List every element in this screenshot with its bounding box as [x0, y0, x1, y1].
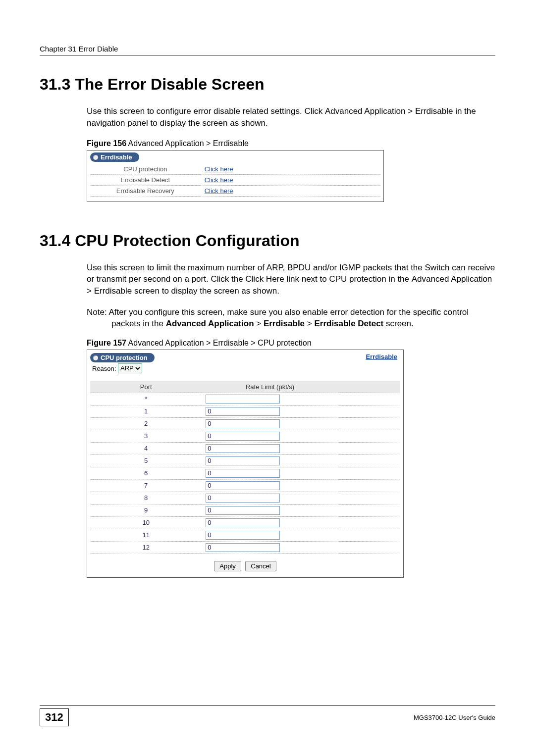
row-recovery-label: Errdisable Recovery — [90, 185, 201, 196]
table-row: 1 — [90, 405, 400, 417]
port-cell: 7 — [90, 479, 202, 492]
nav-adv-app: Advanced Application — [325, 106, 406, 116]
figure-157-num: Figure 157 — [87, 339, 126, 347]
rate-input-11[interactable] — [206, 531, 280, 540]
row-cpu-link[interactable]: Click here — [201, 164, 380, 175]
rate-input-5[interactable] — [206, 456, 280, 465]
s314-post: screen to display the screen as shown. — [132, 286, 279, 296]
note-b1: Advanced Application — [166, 319, 254, 328]
figure-156-num: Figure 156 — [87, 139, 126, 148]
port-cell: 8 — [90, 492, 202, 504]
figure-156-rest: Advanced Application > Errdisable — [126, 139, 249, 148]
port-cell: 6 — [90, 467, 202, 479]
reason-label: Reason: — [92, 364, 116, 372]
table-row: * — [90, 393, 400, 405]
col-rate: Rate Limit (pkt/s) — [202, 381, 338, 393]
port-cell: 10 — [90, 516, 202, 529]
tab-cpu-label: CPU protection — [101, 354, 148, 361]
rate-input-4[interactable] — [206, 444, 280, 453]
tab-dot-icon — [93, 355, 98, 360]
apply-button[interactable]: Apply — [214, 561, 241, 571]
tab-errdisable-label: Errdisable — [101, 153, 132, 161]
section-314-para: Use this screen to limit the maximum num… — [87, 262, 495, 297]
rate-input-12[interactable] — [206, 543, 280, 552]
rate-input-9[interactable] — [206, 506, 280, 515]
tab-cpu-protection[interactable]: CPU protection — [90, 353, 155, 362]
row-detect-label: Errdisable Detect — [90, 174, 201, 185]
rate-input-3[interactable] — [206, 432, 280, 441]
section-313-para: Use this screen to configure error disab… — [87, 105, 495, 129]
figure-157-caption: Figure 157 Advanced Application > Errdis… — [87, 339, 495, 348]
rate-input-10[interactable] — [206, 518, 280, 527]
table-row: 7 — [90, 479, 400, 492]
s314-nav1: Advanced Application — [412, 274, 492, 284]
note-gt2: > — [305, 319, 314, 328]
s314-mid1: link next to CPU — [284, 274, 349, 284]
page-number: 312 — [40, 708, 69, 726]
figure-156-box: Errdisable CPU protection Click here Err… — [87, 150, 384, 202]
tab-errdisable[interactable]: Errdisable — [90, 152, 139, 162]
row-recovery-link[interactable]: Click here — [201, 185, 380, 196]
section-313-title: 31.3 The Error Disable Screen — [40, 75, 495, 94]
cancel-button[interactable]: Cancel — [245, 561, 276, 571]
section-313-pre: Use this screen to configure error disab… — [87, 106, 325, 116]
s314-sep: > — [87, 286, 94, 296]
rate-input-1[interactable] — [206, 407, 280, 416]
s314-mid2: in the — [386, 274, 412, 284]
section-314-note: Note: After you configure this screen, m… — [87, 307, 495, 330]
row-cpu-label: CPU protection — [90, 164, 201, 175]
reason-select[interactable]: ARP — [118, 363, 142, 373]
table-row: Errdisable Detect Click here — [90, 174, 380, 185]
nav-errdisable: Errdisable — [415, 106, 453, 116]
rate-input-7[interactable] — [206, 481, 280, 490]
note-b3: Errdisable Detect — [314, 319, 383, 328]
port-cell: 1 — [90, 405, 202, 417]
port-cell: 12 — [90, 541, 202, 554]
note-post: screen. — [383, 319, 413, 328]
table-row: 10 — [90, 516, 400, 529]
note-gt1: > — [254, 319, 264, 328]
section-314-title: 31.4 CPU Protection Configuration — [40, 232, 495, 250]
table-row: 2 — [90, 417, 400, 430]
figure-157-box: CPU protection Reason: ARP Errdisable Po… — [87, 350, 404, 578]
guide-title: MGS3700-12C User's Guide — [414, 714, 495, 721]
port-cell: 3 — [90, 430, 202, 442]
col-port: Port — [90, 381, 202, 393]
table-row: 5 — [90, 454, 400, 467]
row-detect-link[interactable]: Click here — [201, 174, 380, 185]
table-row: 12 — [90, 541, 400, 554]
figure-156-caption: Figure 156 Advanced Application > Errdis… — [87, 139, 495, 148]
table-row: 4 — [90, 442, 400, 454]
table-row: 8 — [90, 492, 400, 504]
note-b2: Errdisable — [264, 319, 305, 328]
chapter-header: Chapter 31 Error Diable — [40, 45, 495, 55]
table-row: 11 — [90, 529, 400, 541]
rate-input-2[interactable] — [206, 419, 280, 428]
table-row: CPU protection Click here — [90, 164, 380, 175]
table-row: 9 — [90, 504, 400, 516]
page-footer: 312 MGS3700-12C User's Guide — [40, 705, 495, 726]
col-empty — [338, 381, 400, 393]
table-row: 3 — [90, 430, 400, 442]
rate-input-6[interactable] — [206, 469, 280, 478]
errdisable-link[interactable]: Errdisable — [366, 353, 397, 360]
s314-click-here: Click Here — [245, 274, 284, 284]
rate-input-star[interactable] — [206, 395, 280, 403]
port-cell: 9 — [90, 504, 202, 516]
nav-sep: > — [406, 106, 415, 116]
tab-dot-icon — [93, 155, 98, 160]
port-cell: 11 — [90, 529, 202, 541]
port-cell: 4 — [90, 442, 202, 454]
figure-157-rest: Advanced Application > Errdisable > CPU … — [126, 339, 312, 347]
s314-nav2: Errdisable — [94, 286, 132, 296]
port-cell: 2 — [90, 417, 202, 430]
errdisable-link-table: CPU protection Click here Errdisable Det… — [90, 164, 380, 197]
table-row: Errdisable Recovery Click here — [90, 185, 380, 196]
table-row: 6 — [90, 467, 400, 479]
rate-limit-table: Port Rate Limit (pkt/s) * 1 2 3 4 5 6 7 … — [90, 381, 400, 554]
port-cell: * — [90, 393, 202, 405]
rate-input-8[interactable] — [206, 494, 280, 503]
s314-protection: protection — [349, 274, 386, 284]
port-cell: 5 — [90, 454, 202, 467]
